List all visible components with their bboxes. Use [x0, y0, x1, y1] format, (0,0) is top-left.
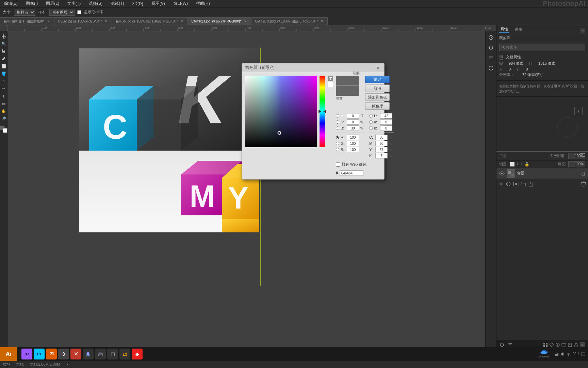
- l-radio[interactable]: [369, 114, 373, 118]
- lib-search-input[interactable]: [506, 45, 583, 49]
- eyedropper-tool[interactable]: 🔍: [0, 40, 7, 47]
- tab-0[interactable]: 色相/饱和度 1, 图层蒙版/8* ×: [0, 17, 54, 25]
- hue-slider[interactable]: [320, 76, 325, 147]
- menu-item-window[interactable]: 窗口(W): [172, 1, 189, 6]
- ae-icon[interactable]: Ae: [21, 349, 32, 359]
- color-libraries-btn[interactable]: 颜色库: [365, 102, 390, 110]
- brush-tool[interactable]: [0, 55, 7, 62]
- lock-icon-art[interactable]: +: [520, 162, 522, 167]
- tab-3-close[interactable]: ×: [243, 19, 247, 24]
- swap-colors-btn[interactable]: [328, 76, 333, 81]
- b-lab-field[interactable]: [380, 125, 392, 131]
- h-radio[interactable]: [336, 114, 339, 118]
- b2-radio[interactable]: [336, 148, 339, 151]
- eraser-tool[interactable]: ⬜: [0, 63, 7, 70]
- appx-icon[interactable]: ✕: [70, 349, 81, 359]
- lock-icon-pixel[interactable]: /: [517, 162, 518, 167]
- a-field[interactable]: [380, 119, 392, 125]
- zoom-tool[interactable]: 🔎: [0, 115, 7, 122]
- tab-4[interactable]: CMY原理.psd @ 100% (图层 8, RGB/8#)* ×: [251, 17, 328, 25]
- tab-adjustments[interactable]: 调整: [513, 26, 524, 33]
- sound-icon[interactable]: [560, 352, 565, 356]
- text-tool[interactable]: T: [0, 93, 7, 99]
- layer-row-bg[interactable]: 背景: [496, 168, 588, 179]
- tab-1[interactable]: HSB2.jpg @ 100%(RGB/8#)* ×: [54, 17, 112, 25]
- lib-add-btn[interactable]: +: [574, 107, 583, 115]
- hex-input[interactable]: [340, 170, 363, 176]
- add-style-icon[interactable]: f: [505, 181, 511, 187]
- menu-item-filter[interactable]: 滤镜(T): [109, 1, 125, 6]
- paint-bucket-tool[interactable]: 🪣: [0, 70, 7, 77]
- new-group-icon[interactable]: [520, 181, 526, 187]
- c-field[interactable]: [375, 135, 388, 140]
- b2-field[interactable]: [347, 147, 359, 152]
- bottom-icon-6[interactable]: [574, 342, 578, 347]
- h-field[interactable]: [347, 113, 359, 119]
- bottom-icon-2[interactable]: [549, 342, 554, 347]
- menu-item-type[interactable]: 文字(T): [66, 1, 82, 6]
- history-icon[interactable]: [487, 33, 495, 42]
- sample-select[interactable]: 所有图层: [49, 9, 75, 16]
- s-field[interactable]: [347, 119, 359, 125]
- diamond-icon[interactable]: ◆: [132, 349, 143, 359]
- r-radio[interactable]: [336, 136, 339, 139]
- keyboard-icon[interactable]: 中: [567, 352, 571, 356]
- tab-2-close[interactable]: ×: [180, 19, 184, 24]
- folder-icon[interactable]: 🗂: [119, 349, 130, 359]
- cancel-btn[interactable]: 取消: [365, 85, 390, 92]
- hand-tool[interactable]: ✋: [0, 108, 7, 114]
- lock-icon-pos[interactable]: ⬜: [510, 162, 515, 167]
- show-desktop-btn[interactable]: [581, 352, 585, 356]
- m-field[interactable]: [375, 141, 388, 146]
- tab-3[interactable]: CMYK23.jpg @ 66.7%(RGB/8#)* ×: [188, 17, 251, 25]
- menu-item-image[interactable]: 图像(I): [24, 1, 39, 6]
- g-field[interactable]: [347, 141, 359, 146]
- bottom-icon-5[interactable]: [568, 342, 572, 347]
- layers-panel-menu[interactable]: [580, 153, 585, 160]
- square-icon[interactable]: ◻: [107, 349, 118, 359]
- menu-item-edit[interactable]: 编辑(E): [3, 1, 19, 6]
- menu-item-help[interactable]: 帮助(H): [195, 1, 211, 6]
- menu-item-3d[interactable]: 3D(D): [131, 1, 145, 6]
- show-ring-checkbox[interactable]: [77, 10, 81, 14]
- tab-4-close[interactable]: ×: [320, 19, 324, 24]
- network-icon[interactable]: [554, 352, 559, 356]
- bottom-icon-1[interactable]: [543, 342, 548, 347]
- l-field[interactable]: [380, 113, 392, 119]
- add-mask-icon[interactable]: [513, 181, 519, 187]
- web-safe-icon[interactable]: [328, 82, 333, 87]
- foreground-color[interactable]: [0, 125, 7, 133]
- lock-icon-all[interactable]: 🔒: [524, 162, 529, 167]
- mail-icon[interactable]: ✉: [46, 349, 57, 359]
- bottom-icon-3[interactable]: [555, 342, 560, 347]
- layers-icon[interactable]: [487, 54, 495, 62]
- delete-layer-icon[interactable]: [581, 181, 587, 187]
- shape-tool[interactable]: ▭: [0, 100, 7, 107]
- layer-visibility-icon[interactable]: [499, 171, 505, 176]
- ps-icon[interactable]: Ps: [34, 349, 45, 359]
- move-tool[interactable]: [0, 33, 7, 40]
- y-cmyk-field[interactable]: [375, 147, 388, 152]
- new-layer-icon[interactable]: [528, 181, 534, 187]
- g-radio[interactable]: [336, 142, 339, 145]
- b-lab-radio[interactable]: [369, 126, 373, 130]
- k-cmyk-field[interactable]: [375, 153, 388, 158]
- link-layers-icon[interactable]: [498, 181, 504, 187]
- r-field[interactable]: [347, 135, 359, 140]
- info-icon[interactable]: i: [487, 64, 495, 72]
- s-radio[interactable]: [336, 120, 339, 124]
- color-gradient-area[interactable]: [245, 76, 317, 147]
- onedrive-icon[interactable]: OneDrive: [538, 350, 550, 358]
- menu-item-layer[interactable]: 图层(L): [45, 1, 61, 6]
- menu-item-view[interactable]: 视图(V): [150, 1, 166, 6]
- crop-tool[interactable]: [0, 48, 7, 55]
- panel-expand-btn[interactable]: >>: [580, 28, 585, 33]
- a-radio[interactable]: [369, 120, 373, 124]
- tab-1-close[interactable]: ×: [104, 19, 108, 24]
- status-arrow[interactable]: [65, 363, 69, 367]
- ok-btn[interactable]: 确定: [365, 76, 390, 83]
- fill-input[interactable]: 100%: [568, 161, 585, 167]
- dodge-tool[interactable]: ○: [0, 78, 7, 85]
- adjustments-icon[interactable]: [487, 44, 495, 52]
- menu-item-select[interactable]: 选择(S): [87, 1, 104, 6]
